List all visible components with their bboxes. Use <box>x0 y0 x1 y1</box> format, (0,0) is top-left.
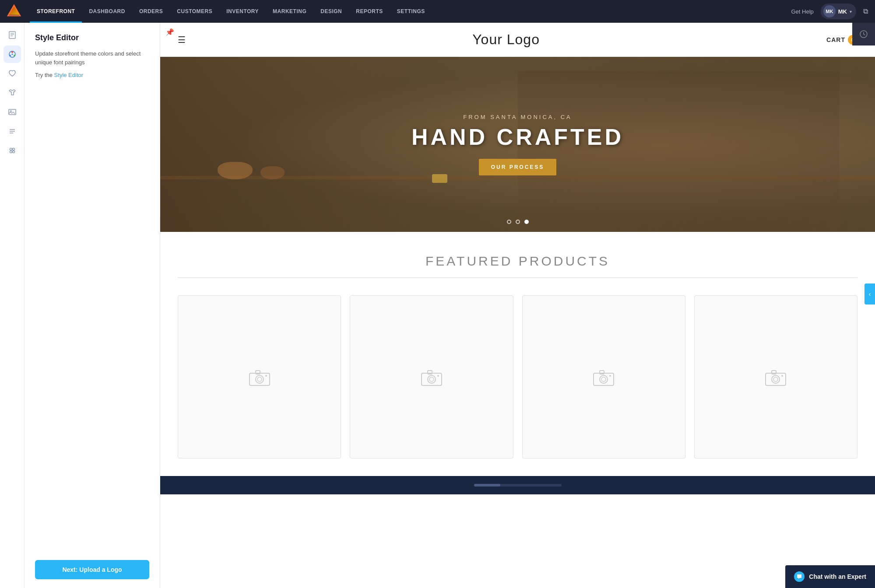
svg-point-30 <box>437 375 439 377</box>
nav-orders[interactable]: ORDERS <box>132 0 170 23</box>
svg-point-18 <box>10 151 12 153</box>
svg-point-32 <box>600 375 608 383</box>
sidebar-style-icon[interactable] <box>4 46 21 63</box>
main-layout: Style Editor Update storefront theme col… <box>0 23 875 588</box>
carousel-dot-2[interactable] <box>516 220 520 224</box>
store-header: ☰ Your Logo CART 0 <box>160 23 875 57</box>
sidebar-list-icon[interactable] <box>4 122 21 140</box>
nav-items: STOREFRONT DASHBOARD ORDERS CUSTOMERS IN… <box>30 0 791 23</box>
sidebar-image-icon[interactable] <box>4 103 21 121</box>
product-card-4[interactable] <box>694 295 857 458</box>
user-menu-chevron-icon: ▾ <box>850 9 852 14</box>
panel-title: Style Editor <box>35 33 149 42</box>
sidebar-apps-icon[interactable] <box>4 142 21 159</box>
app-logo-icon[interactable] <box>7 4 21 18</box>
preview-toggle-button[interactable] <box>852 23 875 46</box>
nav-inventory[interactable]: INVENTORY <box>219 0 266 23</box>
svg-point-19 <box>12 151 14 153</box>
scroll-thumb[interactable] <box>474 484 500 486</box>
svg-point-12 <box>10 111 11 112</box>
top-navigation: STOREFRONT DASHBOARD ORDERS CUSTOMERS IN… <box>0 0 875 23</box>
section-divider <box>178 277 857 278</box>
nav-storefront[interactable]: STOREFRONT <box>30 0 82 23</box>
carousel-dot-3[interactable] <box>524 220 529 224</box>
product-placeholder-icon-3 <box>593 368 615 386</box>
svg-point-9 <box>9 55 11 56</box>
user-avatar: MK <box>823 5 836 18</box>
svg-point-8 <box>14 55 15 56</box>
nav-design[interactable]: DESIGN <box>313 0 349 23</box>
nav-right-area: Get Help MK MK ▾ ⧉ <box>791 4 868 19</box>
svg-point-25 <box>265 375 267 377</box>
pin-icon[interactable]: 📌 <box>165 28 174 36</box>
product-placeholder-icon-2 <box>421 368 443 386</box>
featured-title: FEATURED PRODUCTS <box>178 254 857 269</box>
svg-point-27 <box>428 375 436 383</box>
hero-banner: FROM SANTA MONICA, CA HAND CRAFTED OUR P… <box>160 57 875 232</box>
product-card-1[interactable] <box>178 295 341 458</box>
svg-point-17 <box>12 148 14 150</box>
svg-point-37 <box>772 375 780 383</box>
product-card-3[interactable] <box>522 295 685 458</box>
style-editor-link[interactable]: Style Editor <box>54 72 83 78</box>
store-logo: Your Logo <box>472 32 540 48</box>
svg-point-22 <box>256 375 264 383</box>
nav-settings[interactable]: SETTINGS <box>390 0 432 23</box>
svg-point-10 <box>11 54 13 55</box>
svg-point-38 <box>773 377 778 382</box>
carousel-dot-1[interactable] <box>507 220 511 224</box>
collapse-panel-button[interactable]: ‹ <box>864 284 875 304</box>
icon-sidebar <box>0 23 25 588</box>
user-menu[interactable]: MK MK ▾ <box>821 4 856 19</box>
chat-label: Chat with an Expert <box>809 573 866 580</box>
user-initials-label: MK <box>838 8 847 15</box>
nav-reports[interactable]: REPORTS <box>349 0 390 23</box>
chat-with-expert-widget[interactable]: Chat with an Expert <box>785 565 875 588</box>
store-footer-bar <box>160 476 875 494</box>
panel-description: Update storefront theme colors and selec… <box>35 49 149 66</box>
hero-title: HAND CRAFTED <box>411 124 624 150</box>
panel-spacer <box>35 78 149 560</box>
carousel-dots <box>507 220 529 224</box>
nav-marketing[interactable]: MARKETING <box>266 0 313 23</box>
sidebar-heart-icon[interactable] <box>4 65 21 82</box>
cart-label: CART <box>826 36 845 43</box>
svg-point-7 <box>11 51 13 53</box>
svg-rect-2 <box>9 32 15 38</box>
hero-subtitle: FROM SANTA MONICA, CA <box>411 114 624 120</box>
svg-point-28 <box>429 377 434 382</box>
svg-point-35 <box>609 375 611 377</box>
scroll-track <box>474 484 562 486</box>
product-placeholder-icon-4 <box>765 368 787 386</box>
hero-content: FROM SANTA MONICA, CA HAND CRAFTED OUR P… <box>411 114 624 175</box>
preview-area: 📌 ☰ Your Logo CART 0 <box>160 23 875 588</box>
style-editor-panel: Style Editor Update storefront theme col… <box>25 23 160 588</box>
nav-customers[interactable]: CUSTOMERS <box>170 0 219 23</box>
product-placeholder-icon-1 <box>249 368 271 386</box>
svg-point-16 <box>10 148 12 150</box>
featured-products-section: FEATURED PRODUCTS <box>160 232 875 476</box>
product-card-2[interactable] <box>350 295 513 458</box>
get-help-link[interactable]: Get Help <box>791 8 813 15</box>
sidebar-pages-icon[interactable] <box>4 26 21 44</box>
hero-cta-button[interactable]: OUR PROCESS <box>479 159 557 175</box>
svg-point-40 <box>781 375 783 377</box>
nav-dashboard[interactable]: DASHBOARD <box>82 0 132 23</box>
panel-try-text: Try the Style Editor <box>35 72 149 78</box>
sidebar-tshirt-icon[interactable] <box>4 84 21 102</box>
hamburger-icon[interactable]: ☰ <box>178 35 186 45</box>
products-grid <box>178 295 857 458</box>
svg-point-33 <box>601 377 606 382</box>
svg-point-23 <box>257 377 262 382</box>
chat-bubble-icon <box>794 571 805 582</box>
next-upload-logo-button[interactable]: Next: Upload a Logo <box>35 560 149 579</box>
external-link-icon[interactable]: ⧉ <box>863 7 868 15</box>
storefront-preview: 📌 ☰ Your Logo CART 0 <box>160 23 875 588</box>
